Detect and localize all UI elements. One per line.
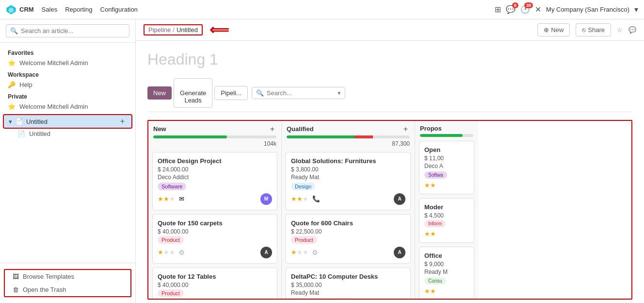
card-title: Open (424, 146, 469, 153)
menu-reporting[interactable]: Reporting (65, 6, 92, 13)
toolbar-search-dropdown-icon[interactable]: ▾ (338, 89, 341, 97)
grid-icon[interactable]: ⊞ (495, 5, 501, 14)
kanban-cards-new: Office Design Project $ 24,000.00 Deco A… (148, 150, 281, 299)
sidebar-search-area: 🔍 (0, 19, 135, 43)
open-trash-button[interactable]: 🗑 Open the Trash (5, 283, 130, 296)
tag-product: Product (291, 236, 317, 244)
tag-design: Design (291, 183, 315, 190)
open-trash-label: Open the Trash (23, 286, 66, 293)
kanban-progress-propos (420, 134, 473, 137)
card-footer: ★★ (424, 230, 469, 237)
breadcrumb-box: Pipeline / Untitled (144, 24, 203, 35)
pipeline-button[interactable]: Pipeli... (214, 86, 248, 100)
chevron-down-icon[interactable]: ▾ (634, 5, 638, 14)
card-title: Global Solutions: Furnitures (291, 157, 405, 165)
menu-configuration[interactable]: Configuration (100, 6, 138, 13)
private-item-label: Welcome Mitchell Admin (19, 103, 88, 110)
kanban-card-tables[interactable]: Quote for 12 Tables $ 40,000.00 Product … (152, 268, 277, 299)
card-amount: $ 35,000.00 (291, 282, 405, 288)
plus-icon: ⊕ (544, 26, 549, 34)
search-input[interactable] (21, 27, 125, 34)
kanban-card-carpets[interactable]: Quote for 150 carpets $ 40,000.00 Produc… (152, 214, 277, 264)
add-child-button[interactable]: + (118, 117, 127, 126)
sidebar-item-workspace[interactable]: 🔑 Help (0, 79, 135, 90)
browse-templates-button[interactable]: 🖼 Browse Templates (5, 270, 130, 283)
breadcrumb-current: Untitled (177, 26, 198, 34)
card-amount: $ 40,000.00 (158, 282, 272, 288)
doc-toolbar: New GenerateLeads Pipeli... 🔍 ▾ (147, 78, 632, 112)
card-company: Deco Addict (158, 174, 272, 181)
card-stars: ★★ (424, 287, 436, 295)
kanban-card-office[interactable]: Office $ 9,000 Ready M Consu ★★ (419, 247, 474, 299)
close-icon[interactable]: ✕ (535, 5, 541, 14)
company-name: My Company (San Francisco) (546, 6, 629, 13)
card-tags: Product (158, 289, 272, 297)
share-icon: ⎋ (582, 26, 586, 34)
sidebar-item-private[interactable]: ⭐ Welcome Mitchell Admin (0, 101, 135, 112)
card-amount: $ 11,00 (424, 155, 469, 162)
card-stars: ★★★ ✉ (158, 195, 184, 202)
card-tags: Inform (424, 220, 469, 227)
chat-icon[interactable]: 💬 6 (506, 5, 515, 14)
breadcrumb-pipeline[interactable]: Pipeline (148, 26, 171, 34)
kanban-column-qualified: Qualified + 87,300 Global Solutions (282, 121, 415, 299)
share-button[interactable]: ⎋ Share (576, 23, 611, 36)
menu-sales[interactable]: Sales (42, 6, 58, 13)
trash-icon: 🗑 (13, 286, 19, 293)
search-box[interactable]: 🔍 (6, 24, 129, 37)
search-icon: 🔍 (10, 27, 18, 34)
untitled-item-label: Untitled (26, 118, 115, 125)
kanban-progress-bar-propos (420, 134, 463, 137)
main-layout: 🔍 Favorites ⭐ Welcome Mitchell Admin Wor… (0, 19, 644, 303)
card-stars: ★★ (424, 182, 436, 189)
breadcrumb-separator: / (173, 26, 175, 34)
toolbar-search-input[interactable] (267, 89, 335, 97)
kanban-card-open[interactable]: Open $ 11,00 Deco A Softwa ★★ (419, 141, 474, 194)
tag-software: Software (158, 183, 186, 190)
wrench-icon: 🔑 (8, 81, 16, 88)
app-logo[interactable]: CRM (6, 4, 34, 15)
sidebar-footer: 🖼 Browse Templates 🗑 Open the Trash (0, 263, 135, 303)
card-tags: Product (291, 236, 405, 244)
toolbar-search[interactable]: 🔍 ▾ (252, 87, 345, 99)
kanban-card-moder[interactable]: Moder $ 4,500 Inform ★★ (419, 198, 474, 243)
generate-leads-button[interactable]: GenerateLeads (174, 78, 212, 108)
activity-icon[interactable]: 🕐 38 (520, 5, 530, 14)
generate-leads-label: GenerateLeads (180, 89, 206, 104)
sidebar-item-untitled-child[interactable]: 📄 Untitled (0, 129, 135, 139)
sidebar: 🔍 Favorites ⭐ Welcome Mitchell Admin Wor… (0, 19, 136, 303)
card-stars: ★★★ 📞 (291, 195, 320, 202)
app-name: CRM (19, 6, 34, 13)
card-amount: $ 9,000 (424, 261, 469, 268)
kanban-add-qualified-button[interactable]: + (402, 125, 410, 134)
comment-icon[interactable]: 💬 (628, 26, 636, 34)
activity-badge: 38 (524, 2, 533, 8)
kanban-card-global-solutions[interactable]: Global Solutions: Furnitures $ 3,800.00 … (286, 152, 411, 210)
browse-templates-label: Browse Templates (23, 273, 74, 280)
new-button[interactable]: ⊕ New (537, 23, 570, 36)
card-tags: Design (291, 183, 405, 190)
kanban-card-deltapc[interactable]: DeltaPC: 10 Computer Desks $ 35,000.00 R… (286, 268, 411, 299)
kanban-card-office-design[interactable]: Office Design Project $ 24,000.00 Deco A… (152, 152, 277, 210)
card-title: Office (424, 252, 469, 259)
sidebar-item-favorites[interactable]: ⭐ Welcome Mitchell Admin (0, 57, 135, 68)
star-icon2: ⭐ (8, 103, 16, 110)
star-bookmark-icon[interactable]: ☆ (617, 26, 623, 34)
doc-content: Heading 1 New GenerateLeads Pipeli... 🔍 … (136, 41, 644, 303)
main-menu: Sales Reporting Configuration (42, 6, 138, 13)
kanban-column-new: New + 104k Office Design Project $ 24,00… (148, 121, 282, 299)
new-doc-button[interactable]: New (147, 86, 172, 100)
sidebar-item-untitled[interactable]: ▾ 📄 Untitled + (3, 114, 132, 129)
card-footer: ★★★ ⊙ A (291, 247, 405, 258)
collapse-arrow-icon: ▾ (9, 118, 12, 125)
kanban-progress-qualified (287, 135, 410, 138)
chat-badge: 6 (512, 2, 518, 8)
kanban-col-title-propos: Propos (420, 125, 442, 132)
top-nav: CRM Sales Reporting Configuration ⊞ 💬 6 … (0, 0, 644, 19)
card-footer: ★★★ ✉ M (158, 193, 272, 205)
card-tags: Software (158, 183, 272, 190)
card-tags: Softwa (424, 171, 469, 179)
kanban-card-chairs[interactable]: Quote for 600 Chairs $ 22,500.00 Product… (286, 214, 411, 264)
new-doc-label: New (153, 89, 166, 97)
kanban-add-new-button[interactable]: + (268, 125, 276, 134)
